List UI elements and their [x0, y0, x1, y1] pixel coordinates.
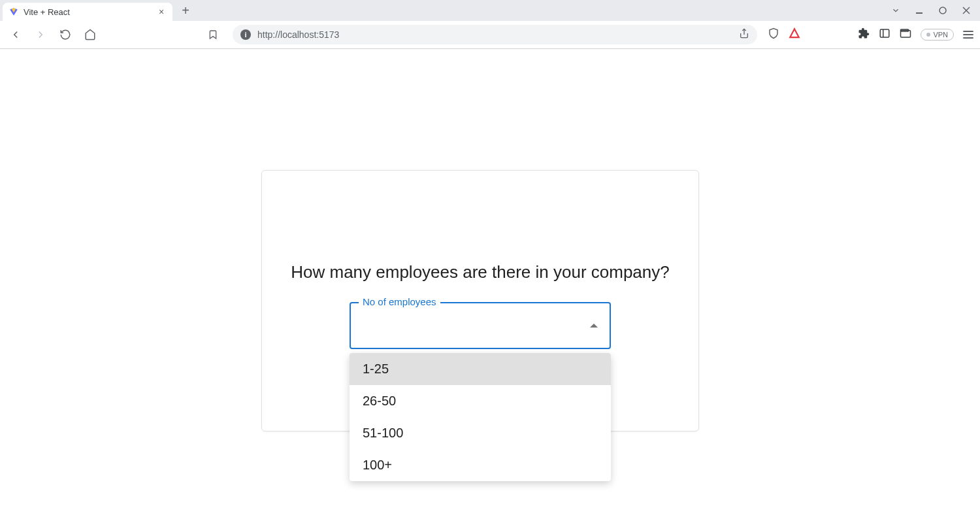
share-icon[interactable] — [739, 28, 749, 41]
caret-up-icon — [590, 324, 598, 328]
sidebar-toggle-icon[interactable] — [879, 27, 890, 42]
toolbar-right: VPN — [768, 27, 973, 42]
browser-chrome: Vite + React × + — [0, 0, 980, 49]
dropdown-option[interactable]: 1-25 — [350, 353, 611, 385]
back-button[interactable] — [7, 25, 25, 44]
new-tab-button[interactable]: + — [176, 1, 195, 20]
brave-rewards-icon[interactable] — [789, 27, 800, 42]
chevron-down-icon[interactable] — [886, 1, 906, 20]
vpn-badge[interactable]: VPN — [921, 29, 954, 41]
vpn-label: VPN — [933, 31, 948, 39]
window-controls — [886, 1, 980, 20]
page-content: How many employees are there in your com… — [0, 49, 980, 523]
home-button[interactable] — [81, 25, 99, 44]
forward-button[interactable] — [31, 25, 50, 44]
url-bar[interactable]: i http://localhost:5173 — [233, 25, 757, 44]
tab-title: Vite + React — [24, 7, 152, 17]
wallet-icon[interactable] — [900, 27, 911, 42]
shield-icon[interactable] — [768, 27, 779, 42]
tab-bar: Vite + React × + — [0, 0, 980, 21]
form-card: How many employees are there in your com… — [261, 170, 699, 431]
question-heading: How many employees are there in your com… — [262, 262, 698, 282]
menu-button[interactable] — [963, 31, 973, 39]
svg-marker-7 — [791, 29, 800, 37]
browser-toolbar: i http://localhost:5173 — [0, 21, 980, 48]
svg-point-3 — [939, 7, 946, 14]
dropdown-option[interactable]: 51-100 — [350, 417, 611, 449]
select-wrapper: No of employees 1-25 26-50 51-100 100+ — [350, 302, 611, 349]
select-label: No of employees — [359, 296, 440, 307]
vpn-status-dot — [926, 33, 930, 37]
extensions-icon[interactable] — [858, 27, 870, 42]
close-tab-icon[interactable]: × — [157, 7, 166, 16]
close-window-button[interactable] — [956, 1, 976, 20]
svg-rect-8 — [881, 29, 890, 37]
url-text: http://localhost:5173 — [257, 29, 732, 40]
employee-count-select[interactable]: No of employees — [350, 302, 611, 349]
svg-rect-2 — [916, 12, 923, 14]
browser-tab[interactable]: Vite + React × — [3, 3, 172, 21]
site-info-icon[interactable]: i — [240, 29, 251, 40]
dropdown-option[interactable]: 100+ — [350, 449, 611, 481]
maximize-window-button[interactable] — [933, 1, 953, 20]
bookmark-button[interactable] — [204, 25, 222, 44]
dropdown-menu: 1-25 26-50 51-100 100+ — [350, 353, 611, 481]
minimize-window-button[interactable] — [909, 1, 929, 20]
vite-favicon-icon — [9, 7, 18, 16]
dropdown-option[interactable]: 26-50 — [350, 385, 611, 417]
reload-button[interactable] — [56, 25, 74, 44]
